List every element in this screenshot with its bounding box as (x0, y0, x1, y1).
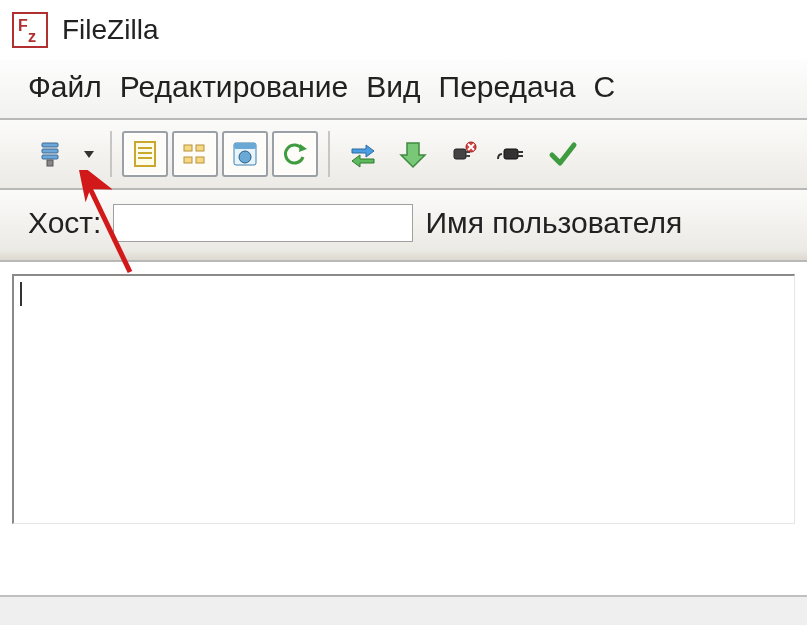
svg-rect-13 (196, 145, 204, 151)
reconnect-button[interactable] (490, 131, 536, 177)
svg-rect-5 (42, 155, 58, 159)
download-arrow-icon (396, 137, 430, 171)
window-title: FileZilla (62, 14, 158, 46)
svg-text:z: z (28, 28, 36, 45)
document-lines-icon (130, 139, 160, 169)
svg-rect-6 (47, 160, 53, 166)
transfer-arrows-icon (346, 137, 380, 171)
status-bar (0, 595, 807, 625)
svg-rect-22 (466, 155, 470, 157)
filter-button[interactable] (540, 131, 586, 177)
disconnect-button[interactable] (440, 131, 486, 177)
toggle-queue-button[interactable] (222, 131, 268, 177)
menu-file[interactable]: Файл (28, 70, 102, 104)
toggle-log-button[interactable] (122, 131, 168, 177)
svg-rect-3 (42, 143, 58, 147)
text-caret (20, 282, 22, 306)
cancel-button[interactable] (390, 131, 436, 177)
app-logo-icon: F z (12, 12, 48, 48)
host-label: Хост: (28, 206, 101, 240)
menu-transfer[interactable]: Передача (439, 70, 576, 104)
quickconnect-bar: Хост: Имя пользователя (0, 190, 807, 262)
host-input[interactable] (113, 204, 413, 242)
toolbar (0, 120, 807, 190)
menu-view[interactable]: Вид (366, 70, 420, 104)
toolbar-group-panels (122, 131, 318, 177)
username-label: Имя пользователя (425, 206, 682, 240)
plug-icon (446, 137, 480, 171)
svg-rect-17 (234, 143, 256, 149)
toolbar-separator (328, 131, 330, 177)
svg-rect-20 (454, 149, 466, 159)
svg-rect-4 (42, 149, 58, 153)
chevron-down-icon (82, 147, 96, 161)
menubar: Файл Редактирование Вид Передача С (0, 60, 807, 120)
toggle-tree-button[interactable] (172, 131, 218, 177)
toolbar-group-sitemanager (28, 131, 100, 177)
menu-edit[interactable]: Редактирование (120, 70, 349, 104)
plug-dark-icon (496, 137, 530, 171)
refresh-button[interactable] (272, 131, 318, 177)
svg-rect-14 (184, 157, 192, 163)
refresh-icon (280, 139, 310, 169)
toolbar-separator (110, 131, 112, 177)
toolbar-group-transfer (340, 131, 586, 177)
menu-server-truncated[interactable]: С (593, 70, 615, 104)
process-queue-button[interactable] (340, 131, 386, 177)
svg-rect-27 (518, 151, 523, 153)
svg-marker-7 (84, 151, 94, 158)
svg-text:F: F (18, 17, 28, 34)
site-manager-dropdown-button[interactable] (78, 147, 100, 161)
site-manager-button[interactable] (28, 131, 74, 177)
titlebar: F z FileZilla (0, 0, 807, 60)
svg-point-18 (239, 151, 251, 163)
svg-rect-12 (184, 145, 192, 151)
svg-marker-19 (299, 144, 307, 152)
message-log[interactable] (12, 274, 795, 524)
server-icon (34, 137, 68, 171)
svg-rect-26 (504, 149, 518, 159)
globe-window-icon (230, 139, 260, 169)
svg-rect-15 (196, 157, 204, 163)
folder-tree-icon (180, 139, 210, 169)
checkmark-icon (546, 137, 580, 171)
svg-rect-28 (518, 155, 523, 157)
